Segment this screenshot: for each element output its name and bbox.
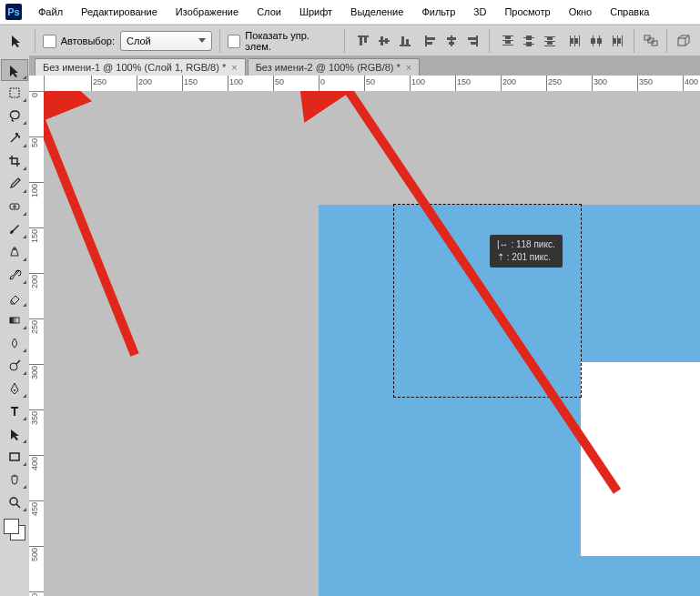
svg-rect-29 (544, 45, 555, 46)
auto-align-icon[interactable] (642, 32, 660, 50)
menu-window[interactable]: Окно (562, 4, 600, 20)
type-tool[interactable] (1, 400, 28, 422)
svg-rect-55 (10, 453, 19, 460)
move-tool[interactable] (1, 59, 28, 81)
document-tab[interactable]: Без имени-1 @ 100% (Слой 1, RGB/8) * × (35, 58, 246, 76)
vertical-ruler[interactable]: 050100150200250300350400450500550 (29, 76, 45, 596)
align-vcenter-icon[interactable] (375, 32, 393, 50)
distribute-right-icon[interactable] (608, 32, 626, 50)
svg-rect-34 (579, 35, 580, 46)
healing-brush-tool[interactable] (1, 196, 28, 217)
distribute-left-icon[interactable] (566, 32, 584, 50)
menu-layers[interactable]: Слои (249, 4, 289, 20)
svg-rect-40 (597, 38, 602, 44)
menu-3d[interactable]: 3D (466, 4, 493, 20)
show-controls-checkbox[interactable]: Показать упр. элем. (228, 30, 337, 52)
autoselect-checkbox[interactable]: Автовыбор: (43, 35, 115, 48)
autoselect-label: Автовыбор: (61, 35, 115, 46)
close-icon[interactable]: × (231, 62, 237, 73)
pen-tool[interactable] (1, 378, 28, 399)
distribute-vcenter-icon[interactable] (520, 32, 538, 50)
svg-rect-13 (447, 37, 456, 40)
move-tool-icon (7, 31, 27, 51)
history-brush-tool[interactable] (1, 264, 28, 286)
svg-rect-45 (618, 38, 621, 44)
dodge-tool[interactable] (1, 355, 28, 377)
autoselect-target-select[interactable]: Слой (120, 31, 212, 51)
close-icon[interactable]: × (406, 62, 411, 73)
svg-rect-36 (575, 38, 578, 44)
menu-edit[interactable]: Редактирование (74, 4, 165, 20)
divider (219, 29, 220, 53)
distribute-group-1 (499, 32, 559, 50)
transform-tooltip: |↔ : 118 пикс. ⇡ : 201 пикс. (490, 235, 563, 268)
svg-rect-10 (427, 37, 435, 40)
divider (344, 29, 345, 53)
menu-select[interactable]: Выделение (343, 4, 411, 20)
hand-tool[interactable] (1, 469, 28, 490)
crop-tool[interactable] (1, 150, 28, 172)
svg-point-53 (10, 363, 17, 370)
document-area: Без имени-1 @ 100% (Слой 1, RGB/8) * × Б… (0, 56, 700, 596)
align-group-1 (354, 32, 414, 50)
selection-marquee (393, 204, 582, 398)
svg-rect-19 (502, 40, 513, 41)
checkbox-icon (228, 35, 241, 48)
document-tab[interactable]: Без имени-2 @ 100% (RGB/8) * × (248, 58, 421, 76)
svg-rect-43 (622, 35, 623, 46)
shape-tool[interactable] (1, 446, 28, 468)
align-bottom-icon[interactable] (396, 32, 414, 50)
svg-rect-1 (360, 37, 362, 45)
distribute-bottom-icon[interactable] (541, 32, 559, 50)
svg-rect-8 (406, 39, 409, 45)
zoom-tool[interactable] (1, 491, 28, 513)
annotation-arrow-icon (44, 91, 198, 393)
blur-tool[interactable] (1, 332, 28, 354)
path-selection-tool[interactable] (1, 423, 28, 445)
options-bar: Автовыбор: Слой Показать упр. элем. (0, 25, 700, 57)
svg-rect-27 (544, 36, 555, 37)
menu-filter[interactable]: Фильтр (414, 4, 462, 20)
clone-stamp-tool[interactable] (1, 241, 28, 263)
menu-file[interactable]: Файл (31, 4, 70, 20)
svg-rect-52 (10, 318, 19, 323)
svg-rect-4 (380, 36, 383, 45)
align-left-icon[interactable] (421, 32, 440, 50)
svg-rect-30 (547, 37, 553, 40)
3d-mode-icon[interactable] (675, 32, 693, 50)
distribute-hcenter-icon[interactable] (587, 32, 605, 50)
distribute-top-icon[interactable] (499, 32, 517, 50)
lasso-tool[interactable] (1, 105, 28, 126)
align-top-icon[interactable] (354, 32, 372, 50)
magic-wand-tool[interactable] (1, 127, 28, 149)
marquee-tool[interactable] (1, 82, 28, 104)
eraser-tool[interactable] (1, 287, 28, 308)
menu-bar: Ps Файл Редактирование Изображение Слои … (0, 0, 700, 25)
svg-rect-32 (570, 35, 571, 46)
svg-rect-28 (544, 41, 555, 42)
horizontal-ruler[interactable]: 25020015010050050100150200250300350400 (44, 76, 700, 92)
svg-rect-44 (614, 38, 616, 44)
svg-rect-11 (427, 42, 432, 45)
align-right-icon[interactable] (463, 32, 482, 50)
menu-type[interactable]: Шрифт (292, 4, 340, 20)
white-layer (581, 362, 700, 556)
brush-tool[interactable] (1, 218, 28, 240)
svg-rect-26 (526, 42, 532, 46)
color-swatches[interactable] (4, 519, 25, 540)
menu-image[interactable]: Изображение (168, 4, 246, 20)
svg-rect-15 (476, 35, 478, 46)
canvas[interactable]: |↔ : 118 пикс. ⇡ : 201 пикс. (44, 91, 700, 596)
menu-help[interactable]: Справка (603, 4, 656, 20)
divider (489, 29, 490, 53)
svg-rect-6 (400, 45, 411, 46)
svg-rect-41 (613, 35, 614, 46)
gradient-tool[interactable] (1, 309, 28, 331)
align-hcenter-icon[interactable] (442, 32, 461, 50)
menu-view[interactable]: Просмотр (497, 4, 557, 20)
divider (666, 29, 667, 53)
eyedropper-tool[interactable] (1, 173, 28, 195)
svg-rect-17 (471, 42, 476, 45)
svg-rect-20 (502, 45, 513, 45)
svg-rect-0 (358, 35, 369, 37)
